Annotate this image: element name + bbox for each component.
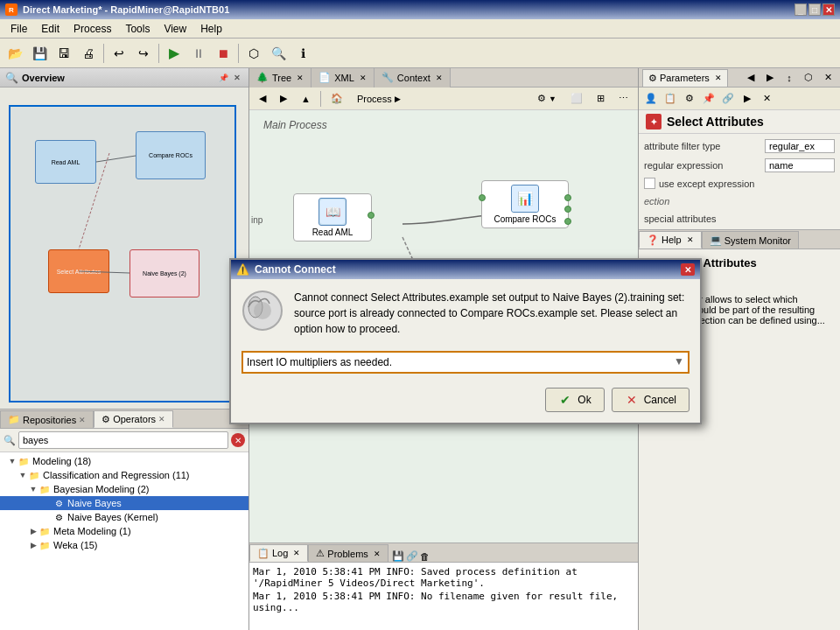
process-breadcrumb[interactable]: Process ▶ (351, 89, 407, 108)
params-tool-2[interactable]: 📋 (662, 90, 679, 108)
toolbar-run-btn[interactable]: ▶ (163, 42, 186, 65)
toolbar-undo-btn[interactable]: ↩ (108, 42, 130, 65)
maximize-btn[interactable]: □ (808, 4, 821, 16)
tree-item-meta[interactable]: ▶ 📁 Meta Modeling (1) (0, 524, 248, 538)
menu-process[interactable]: Process (66, 21, 118, 37)
minimap[interactable]: Read AML Compare ROCs Select Attributes … (0, 88, 248, 410)
toolbar-save-btn[interactable]: 💾 (28, 42, 51, 65)
tab-context[interactable]: 🔧 Context ✕ (374, 68, 451, 88)
params-tool-4[interactable]: 📌 (700, 90, 718, 108)
toolbar-open-btn[interactable]: 📂 (4, 42, 26, 65)
search-input[interactable] (18, 431, 228, 449)
tree-item-naive-bayes-kernel[interactable]: ⚙ Naive Bayes (Kernel) (0, 510, 248, 524)
params-ctrl-2[interactable]: ▶ (761, 69, 779, 87)
toolbar-info-btn[interactable]: ℹ (291, 42, 314, 65)
toolbar-pointer-btn[interactable]: ⬡ (242, 42, 265, 65)
params-tool-5[interactable]: 🔗 (719, 90, 737, 108)
tab-parameters[interactable]: ⚙ Parameters ✕ (642, 69, 728, 87)
operators-close[interactable]: ✕ (158, 415, 165, 424)
tab-help[interactable]: ❓ Help ✕ (639, 231, 702, 248)
grid-btn[interactable]: ⊞ (591, 89, 611, 108)
menu-tools[interactable]: Tools (118, 21, 157, 37)
params-tool-1[interactable]: 👤 (642, 90, 660, 108)
tree-item-naive-bayes[interactable]: ⚙ Naive Bayes (0, 496, 248, 510)
params-ctrl-3[interactable]: ↕ (780, 69, 798, 87)
params-tool-3[interactable]: ⚙ (681, 90, 698, 108)
minimap-node-read-aml[interactable]: Read AML (35, 140, 96, 184)
menu-help[interactable]: Help (193, 21, 229, 37)
cannot-connect-dialog[interactable]: ⚠️ Cannot Connect ✕ Cannot connect Selec… (229, 258, 702, 424)
compare-out-res[interactable] (564, 206, 571, 213)
more-btn[interactable]: ⋯ (612, 89, 634, 108)
compare-out-res2[interactable] (564, 218, 571, 225)
nav-fwd-btn[interactable]: ▶ (274, 89, 293, 108)
toolbar-stop-btn[interactable]: ⏹ (212, 42, 234, 65)
except-checkbox[interactable] (644, 178, 655, 189)
tree-toggle-modeling[interactable]: ▼ (7, 456, 18, 466)
clear-search-btn[interactable]: ✕ (231, 433, 245, 447)
minimize-btn[interactable]: _ (794, 4, 807, 16)
log-link-btn[interactable]: 🔗 (406, 550, 418, 562)
tab-tree[interactable]: 🌲 Tree ✕ (249, 68, 312, 88)
tab-system-monitor[interactable]: 💻 System Monitor (702, 231, 799, 248)
regex-value[interactable]: name (765, 158, 835, 172)
toolbar-save2-btn[interactable]: 🖫 (52, 42, 75, 65)
tab-log[interactable]: 📋 Log ✕ (249, 544, 308, 562)
tab-context-close[interactable]: ✕ (436, 74, 443, 82)
overview-pin-btn[interactable]: 📌 (217, 72, 229, 84)
overview-close-btn[interactable]: ✕ (231, 72, 243, 84)
params-ctrl-1[interactable]: ◀ (742, 69, 760, 87)
menu-edit[interactable]: Edit (34, 21, 66, 37)
params-close[interactable]: ✕ (715, 74, 722, 82)
view-options-btn[interactable]: ⚙ ▼ (531, 89, 563, 108)
node-compare-rocs[interactable]: 📊 Compare ROCs (481, 180, 569, 228)
tab-xml[interactable]: 📄 XML ✕ (312, 68, 374, 88)
dialog-option-select[interactable]: Insert IO multipliers as needed. Replace… (242, 351, 690, 374)
tree-item-weka[interactable]: ▶ 📁 Weka (15) (0, 538, 248, 552)
nav-home-btn[interactable]: 🏠 (325, 89, 349, 108)
repositories-close[interactable]: ✕ (79, 416, 86, 424)
tab-operators[interactable]: ⚙ Operators ✕ (94, 410, 173, 428)
tree-toggle-bayesian[interactable]: ▼ (28, 484, 38, 494)
toolbar-pause-btn[interactable]: ⏸ (187, 42, 210, 65)
minimap-node-select-attrs[interactable]: Select Attributes (48, 249, 109, 293)
help-close[interactable]: ✕ (687, 235, 694, 244)
compare-in-exa[interactable] (479, 194, 486, 201)
toolbar-zoom-btn[interactable]: 🔍 (267, 42, 290, 65)
read-aml-out-port[interactable] (368, 212, 374, 219)
dialog-ok-btn[interactable]: ✔ Ok (545, 388, 604, 412)
filter-type-value[interactable]: regular_ex (765, 139, 835, 153)
tab-problems[interactable]: ⚠ Problems ✕ (308, 544, 388, 562)
log-save-btn[interactable]: 💾 (392, 550, 404, 562)
tree-toggle-meta[interactable]: ▶ (28, 526, 38, 536)
toolbar-redo-btn[interactable]: ↪ (132, 42, 155, 65)
log-del-btn[interactable]: 🗑 (420, 550, 430, 562)
tab-repositories[interactable]: 📁 Repositories ✕ (0, 410, 94, 428)
layout-btn[interactable]: ⬜ (564, 89, 589, 108)
close-btn[interactable]: ✕ (822, 4, 835, 16)
tab-tree-close[interactable]: ✕ (297, 74, 304, 82)
menu-file[interactable]: File (4, 21, 34, 37)
params-ctrl-4[interactable]: ⬡ (800, 69, 817, 87)
tab-xml-close[interactable]: ✕ (360, 74, 367, 82)
tree-toggle-classification[interactable]: ▼ (18, 470, 28, 480)
menu-view[interactable]: View (157, 21, 193, 37)
dialog-close-btn[interactable]: ✕ (681, 263, 695, 276)
tree-item-modeling[interactable]: ▼ 📁 Modeling (18) (0, 454, 248, 468)
nav-back-btn[interactable]: ◀ (253, 89, 272, 108)
minimap-node-compare-rocs[interactable]: Compare ROCs (136, 131, 206, 179)
minimap-node-naive-bayes[interactable]: Naive Bayes (2) (130, 249, 200, 298)
compare-out-roc[interactable] (564, 194, 571, 201)
problems-close[interactable]: ✕ (374, 550, 381, 558)
nav-up-btn[interactable]: ▲ (295, 89, 317, 108)
params-ctrl-5[interactable]: ✕ (819, 69, 836, 87)
toolbar-print-btn[interactable]: 🖨 (77, 42, 100, 65)
tree-toggle-weka[interactable]: ▶ (28, 540, 38, 550)
params-tool-6[interactable]: ▶ (738, 90, 756, 108)
tree-item-classification[interactable]: ▼ 📁 Classification and Regression (11) (0, 468, 248, 482)
tree-item-bayesian[interactable]: ▼ 📁 Bayesian Modeling (2) (0, 482, 248, 496)
params-tool-7[interactable]: ✕ (758, 90, 775, 108)
dialog-cancel-btn[interactable]: ✕ Cancel (612, 388, 690, 412)
log-close[interactable]: ✕ (293, 549, 300, 557)
node-read-aml[interactable]: 📖 Read AML (293, 193, 372, 242)
